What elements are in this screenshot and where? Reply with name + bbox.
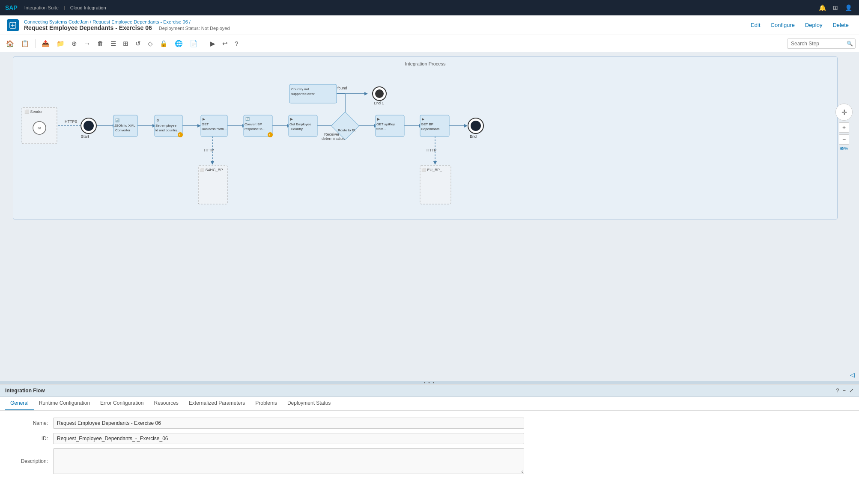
- lock-btn[interactable]: 🔒: [157, 38, 170, 49]
- svg-text:🔄: 🔄: [115, 118, 119, 122]
- svg-point-61: [268, 132, 273, 137]
- undo-btn[interactable]: ↩: [220, 38, 230, 49]
- tab-error[interactable]: Error Configuration: [95, 397, 149, 410]
- paste-btn[interactable]: 📋: [18, 38, 32, 49]
- zoom-level: 99%: [840, 146, 848, 151]
- svg-text:HTTP: HTTP: [204, 148, 214, 152]
- svg-point-73: [375, 89, 384, 98]
- tab-runtime[interactable]: Runtime Configuration: [34, 397, 95, 410]
- sub-header: Connecting Systems CodeJam / Request Emp…: [0, 15, 859, 35]
- deployment-status: Deployment Status: Not Deployed: [159, 26, 230, 31]
- tab-general[interactable]: General: [5, 397, 34, 410]
- play-btn[interactable]: ▶: [208, 38, 218, 49]
- breadcrumb[interactable]: Connecting Systems CodeJam / Request Emp…: [24, 19, 230, 24]
- svg-text:Start: Start: [81, 134, 89, 139]
- svg-text:Convert BP: Convert BP: [245, 122, 262, 126]
- configure-button[interactable]: Configure: [767, 20, 798, 30]
- arrow-btn[interactable]: →: [81, 38, 93, 49]
- top-header: SAP Integration Suite | Cloud Integratio…: [0, 0, 859, 15]
- svg-marker-32: [433, 161, 437, 165]
- svg-marker-29: [211, 161, 214, 165]
- flow-icon: [7, 19, 19, 31]
- name-label: Name:: [10, 420, 53, 426]
- svg-text:!: !: [179, 133, 180, 136]
- main-canvas-area: Integration Process HTTPS: [0, 52, 859, 381]
- app-separator: |: [64, 5, 65, 10]
- svg-text:from...: from...: [376, 127, 386, 131]
- form-row-id: ID:: [10, 433, 849, 444]
- edit-button[interactable]: Edit: [747, 20, 764, 30]
- grid-menu-btn[interactable]: ⊞: [831, 3, 840, 13]
- tab-externalized[interactable]: Externalized Parameters: [184, 397, 250, 410]
- list-btn[interactable]: ☰: [108, 38, 119, 49]
- form-content: Name: ID: Description:: [0, 411, 859, 485]
- description-input[interactable]: [53, 448, 524, 474]
- svg-text:▶: ▶: [290, 117, 293, 121]
- sap-logo: SAP: [5, 4, 18, 11]
- user-btn[interactable]: 👤: [843, 3, 854, 13]
- flow-container: Integration Process HTTPS: [13, 56, 838, 219]
- svg-text:⬜ EU_BP_...: ⬜ EU_BP_...: [421, 167, 445, 172]
- svg-text:HTTPS: HTTPS: [65, 119, 78, 124]
- bottom-panel-actions: ? − ⤢: [836, 387, 854, 394]
- svg-text:⚙: ⚙: [156, 119, 159, 122]
- home-btn[interactable]: 🏠: [3, 38, 17, 49]
- tab-deployment[interactable]: Deployment Status: [282, 397, 336, 410]
- svg-text:End 1: End 1: [374, 101, 384, 105]
- tab-problems[interactable]: Problems: [250, 397, 282, 410]
- help-btn[interactable]: ?: [232, 38, 241, 49]
- deploy-button[interactable]: Deploy: [802, 20, 826, 30]
- upload-btn[interactable]: 📤: [39, 38, 52, 49]
- diamond-btn[interactable]: ◇: [145, 38, 155, 49]
- page-title: Request Employee Dependants - Exercise 0…: [24, 24, 152, 31]
- target-btn[interactable]: ⊕: [69, 38, 80, 49]
- copy3-btn[interactable]: 📄: [187, 38, 200, 49]
- sub-header-info: Connecting Systems CodeJam / Request Emp…: [24, 19, 230, 31]
- panel-minimize-btn[interactable]: −: [842, 387, 846, 394]
- collapse-btn[interactable]: ◁: [850, 371, 855, 378]
- canvas[interactable]: Integration Process HTTPS: [0, 52, 859, 381]
- nav-controls: ✛ + − 99%: [835, 104, 853, 151]
- svg-text:End: End: [470, 134, 477, 139]
- panel-divider[interactable]: • • •: [0, 381, 859, 384]
- svg-point-51: [178, 132, 183, 137]
- svg-text:⬜ S4HC_BP: ⬜ S4HC_BP: [200, 167, 223, 172]
- search-icon: 🔍: [847, 41, 853, 47]
- toolbar: 🏠 📋 📤 📁 ⊕ → 🗑 ☰ ⊞ ↺ ◇ 🔒 🌐 📄 ▶ ↩ ? 🔍: [0, 35, 859, 52]
- app-name: Cloud Integration: [70, 5, 106, 10]
- svg-text:response to...: response to...: [245, 127, 265, 131]
- svg-text:!: !: [269, 133, 270, 136]
- svg-text:determination: determination: [322, 136, 345, 141]
- svg-text:Get Employee: Get Employee: [289, 122, 311, 126]
- grid-btn[interactable]: ⊞: [120, 38, 131, 49]
- svg-text:🔄: 🔄: [245, 117, 250, 121]
- svg-text:supported error: supported error: [291, 92, 315, 96]
- sub-header-actions: Edit Configure Deploy Delete: [747, 20, 852, 30]
- folder-btn[interactable]: 📁: [54, 38, 67, 49]
- tabs-bar: General Runtime Configuration Error Conf…: [0, 397, 859, 411]
- zoom-out-btn[interactable]: −: [839, 134, 849, 145]
- flow-svg: HTTPS: [18, 68, 833, 213]
- svg-text:GET apiKey: GET apiKey: [376, 122, 395, 126]
- search-input[interactable]: [787, 39, 856, 49]
- svg-text:▶: ▶: [422, 117, 425, 121]
- panel-help-btn[interactable]: ?: [836, 387, 839, 394]
- svg-text:✉: ✉: [38, 126, 41, 130]
- description-label: Description:: [10, 458, 53, 464]
- tab-resources[interactable]: Resources: [149, 397, 184, 410]
- name-input[interactable]: [53, 418, 524, 429]
- id-input[interactable]: [53, 433, 524, 444]
- zoom-in-btn[interactable]: +: [839, 122, 849, 133]
- svg-point-84: [471, 121, 481, 131]
- delete-btn[interactable]: 🗑: [95, 38, 106, 49]
- svg-text:Route to EU: Route to EU: [338, 128, 357, 132]
- notification-btn[interactable]: 🔔: [817, 3, 828, 13]
- svg-text:GET BP: GET BP: [421, 122, 433, 126]
- svg-text:⬜ Sender: ⬜ Sender: [24, 109, 43, 114]
- svg-text:Set employee: Set employee: [155, 124, 176, 127]
- compass-btn[interactable]: ✛: [835, 104, 853, 121]
- globe-btn[interactable]: 🌐: [172, 38, 185, 49]
- delete-button[interactable]: Delete: [829, 20, 852, 30]
- refresh2-btn[interactable]: ↺: [133, 38, 143, 49]
- panel-maximize-btn[interactable]: ⤢: [849, 387, 854, 394]
